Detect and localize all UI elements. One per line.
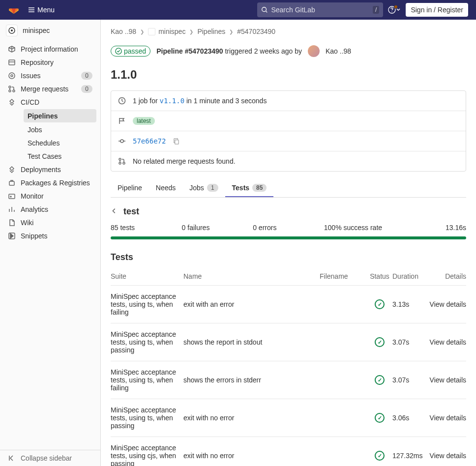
view-details-button[interactable]: View details [430,452,466,460]
svg-rect-12 [9,194,15,199]
tab-jobs[interactable]: Jobs1 [182,178,225,197]
nav-label: Project information [21,45,92,53]
collapse-sidebar-button[interactable]: Collapse sidebar [0,450,100,466]
svg-point-2 [392,11,392,12]
tab-needs[interactable]: Needs [149,178,182,197]
progress-bar [111,236,466,239]
cell-duration: 3.07s [392,376,429,384]
status-passed-icon [375,299,385,309]
nav-badge: 0 [81,85,92,93]
nav-icon [8,45,16,53]
breadcrumb-section[interactable]: Pipelines [197,28,225,35]
menu-label: Menu [37,6,55,14]
svg-point-13 [10,196,11,197]
nav-icon [8,179,16,187]
sidebar-subitem-test-cases[interactable]: Test Cases [20,149,100,163]
sidebar-item-analytics[interactable]: Analytics [0,203,100,216]
nav-label: Snippets [21,232,92,240]
sidebar-item-ci-cd[interactable]: CI/CD [0,95,100,109]
nav-icon [8,205,16,213]
sidebar-subitem-schedules[interactable]: Schedules [20,136,100,149]
nav-label: Repository [21,58,92,66]
status-passed-icon [375,413,385,423]
sidebar-nav: Project informationRepositoryIssues0Merg… [0,41,100,450]
sidebar-item-monitor[interactable]: Monitor [0,189,100,203]
col-header-suite: Suite [111,272,183,280]
nav-label: CI/CD [21,98,92,106]
view-details-button[interactable]: View details [430,414,466,422]
clock-icon [118,97,126,105]
triggered-text: triggered [225,47,252,55]
status-badge-passed[interactable]: passed [111,46,150,57]
tab-pipeline[interactable]: Pipeline [111,178,149,197]
global-search[interactable]: / [257,2,383,17]
check-circle-icon [115,48,122,55]
user-avatar-icon[interactable] [308,45,320,57]
commit-sha-link[interactable]: 57e66e72 [133,137,166,145]
nav-label: Merge requests [21,85,81,93]
gitlab-logo-icon[interactable] [8,4,20,16]
page-title: 1.1.0 [111,68,466,82]
project-name: minispec [23,27,50,34]
sign-in-button[interactable]: Sign in / Register [406,3,468,17]
svg-point-8 [9,86,11,88]
latest-tag: latest [133,117,155,125]
summary-stat: 85 tests [111,224,182,232]
menu-button[interactable]: Menu [24,4,59,16]
sidebar-item-repository[interactable]: Repository [0,56,100,69]
breadcrumb-owner[interactable]: Kao ..98 [111,28,136,35]
sidebar-subitem-pipelines[interactable]: Pipelines [24,109,96,122]
cell-name: shows the errors in stderr [183,376,320,384]
pipeline-info-box: 1 job for v1.1.0 in 1 minute and 3 secon… [111,90,466,172]
svg-point-4 [11,29,13,31]
view-details-button[interactable]: View details [430,338,466,346]
triggered-user[interactable]: Kao ..98 [326,47,351,55]
summary-stat: 13.16s [395,224,466,232]
svg-point-19 [119,158,121,160]
svg-point-6 [9,73,15,79]
table-row: MiniSpec acceptance tests, using ts, whe… [111,323,466,361]
sidebar-subitem-jobs[interactable]: Jobs [20,123,100,136]
tab-tests[interactable]: Tests85 [225,178,274,197]
sidebar-item-snippets[interactable]: Snippets [0,229,100,242]
breadcrumb-project[interactable]: minispec [158,28,185,35]
status-passed-icon [375,375,385,385]
view-details-button[interactable]: View details [430,376,466,384]
tests-heading: Tests [111,252,466,262]
svg-rect-5 [9,60,15,65]
nav-icon [8,85,16,93]
breadcrumb-project-avatar-icon [148,28,155,35]
sidebar-item-packages-registries[interactable]: Packages & Registries [0,176,100,189]
chevron-right-icon: ❯ [140,29,144,34]
search-input[interactable] [271,6,373,14]
col-header-name: Name [183,272,320,280]
table-row: MiniSpec acceptance tests, using cjs, wh… [111,437,466,466]
nav-label: Wiki [21,219,92,227]
sidebar-item-merge-requests[interactable]: Merge requests0 [0,82,100,95]
cell-suite: MiniSpec acceptance tests, using ts, whe… [111,330,183,354]
search-shortcut-hint: / [373,6,379,14]
col-header-details: Details [429,272,466,280]
cell-duration: 3.13s [392,300,429,308]
ref-link[interactable]: v1.1.0 [159,97,184,105]
job-count-text: 1 job for [133,97,158,105]
sidebar-item-wiki[interactable]: Wiki [0,216,100,229]
view-details-button[interactable]: View details [430,300,466,308]
cell-name: exit with an error [183,300,320,308]
back-arrow-icon[interactable] [111,207,118,216]
test-suite-title: test [123,206,139,217]
help-button[interactable] [388,6,401,14]
sidebar-item-deployments[interactable]: Deployments [0,163,100,176]
project-header[interactable]: minispec [0,20,100,41]
cell-status [367,299,392,309]
cell-suite: MiniSpec acceptance tests, using cjs, wh… [111,444,183,466]
sidebar-item-issues[interactable]: Issues0 [0,69,100,82]
summary-stat: 100% success rate [324,224,395,232]
cell-status [367,413,392,423]
copy-icon[interactable] [173,138,180,145]
svg-point-10 [13,90,15,92]
triggered-time: 2 weeks ago [254,47,293,55]
cell-status [367,337,392,347]
nav-icon [8,58,16,66]
sidebar-item-project-information[interactable]: Project information [0,42,100,56]
